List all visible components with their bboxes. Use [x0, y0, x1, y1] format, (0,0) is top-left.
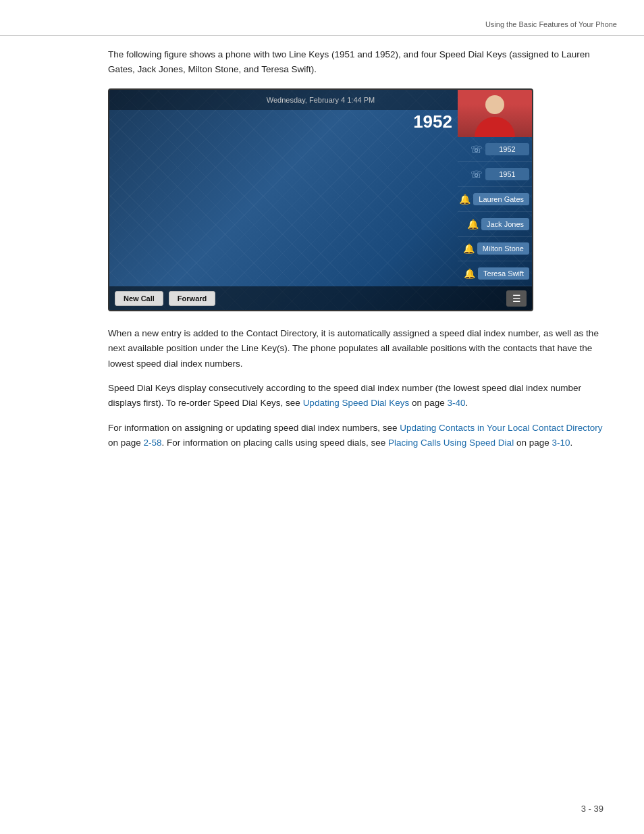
speed-dial-icon-1: 🔔 — [459, 194, 471, 205]
line-key-icon-2: ☏ — [471, 169, 483, 180]
sidebar-spacer — [458, 90, 532, 137]
line-key-1951[interactable]: ☏ 1951 — [458, 162, 532, 187]
link-page-3-10[interactable]: 3-10 — [552, 438, 570, 448]
date-time-label: Wednesday, February 4 1:44 PM — [267, 96, 375, 104]
display-number: 1952 — [413, 111, 452, 132]
body-paragraph-1: When a new entry is added to the Contact… — [108, 326, 603, 371]
speed-dial-jack-jones-label: Jack Jones — [481, 218, 529, 230]
line-key-1952[interactable]: ☏ 1952 — [458, 137, 532, 162]
new-call-button[interactable]: New Call — [115, 291, 163, 306]
main-content: The following figure shows a phone with … — [108, 47, 603, 460]
header-rule — [0, 35, 644, 36]
speed-dial-icon-2: 🔔 — [467, 219, 479, 230]
menu-icon: ☰ — [512, 293, 521, 304]
speed-dial-teresa-swift-label: Teresa Swift — [478, 267, 529, 280]
body-paragraph-2: Speed Dial Keys display consecutively ac… — [108, 381, 603, 411]
phone-sidebar: ☏ 1952 ☏ 1951 🔔 Lauren Gates 🔔 Jack Jone… — [458, 90, 532, 286]
menu-icon-button[interactable]: ☰ — [506, 290, 527, 307]
link-placing-calls-speed-dial[interactable]: Placing Calls Using Speed Dial — [388, 438, 514, 448]
speed-dial-milton-stone[interactable]: 🔔 Milton Stone — [458, 237, 532, 262]
speed-dial-jack-jones[interactable]: 🔔 Jack Jones — [458, 212, 532, 237]
line-key-icon-1: ☏ — [471, 144, 483, 155]
speed-dial-milton-stone-label: Milton Stone — [477, 242, 529, 255]
speed-dial-teresa-swift[interactable]: 🔔 Teresa Swift — [458, 261, 532, 286]
speed-dial-lauren-gates-label: Lauren Gates — [473, 193, 529, 205]
link-page-3-40[interactable]: 3-40 — [448, 398, 466, 408]
speed-dial-icon-4: 🔔 — [464, 268, 475, 279]
page-number: 3 - 39 — [581, 804, 603, 814]
line-key-1951-label: 1951 — [485, 168, 529, 180]
forward-button[interactable]: Forward — [169, 291, 215, 306]
phone-mockup: Wednesday, February 4 1:44 PM 1952 ☏ 195… — [108, 88, 533, 311]
intro-paragraph: The following figure shows a phone with … — [108, 47, 603, 76]
link-updating-contacts[interactable]: Updating Contacts in Your Local Contact … — [400, 423, 602, 433]
phone-bottom-bar: New Call Forward ☰ — [109, 286, 532, 310]
speed-dial-icon-3: 🔔 — [463, 243, 475, 254]
section-title: Using the Basic Features of Your Phone — [485, 20, 617, 28]
line-key-1952-label: 1952 — [485, 143, 529, 155]
link-updating-speed-dial-keys[interactable]: Updating Speed Dial Keys — [303, 398, 410, 408]
link-page-2-58[interactable]: 2-58 — [144, 438, 162, 448]
speed-dial-lauren-gates[interactable]: 🔔 Lauren Gates — [458, 187, 532, 212]
body-paragraph-3: For information on assigning or updating… — [108, 421, 603, 451]
